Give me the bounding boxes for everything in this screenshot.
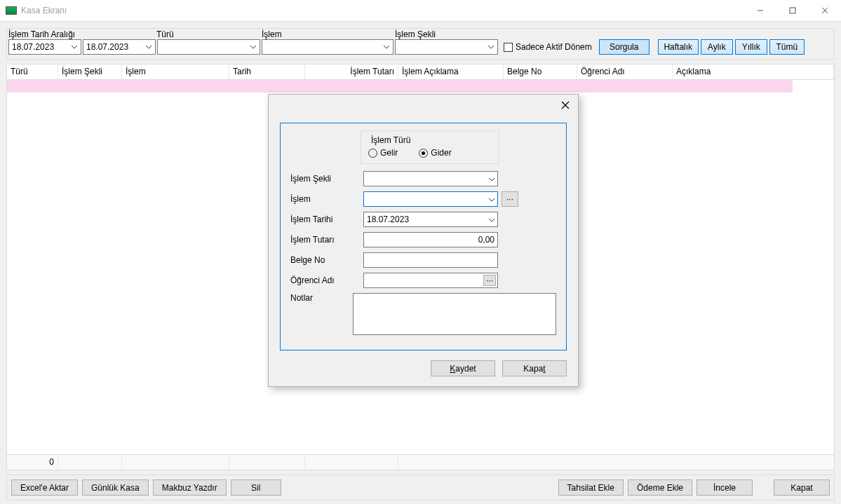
bottom-toolbar: Excel'e Aktar Günlük Kasa Makbuz Yazdır … — [6, 475, 835, 500]
col-opdesc[interactable]: İşlem Açıklama — [398, 64, 504, 79]
method-combo[interactable] — [395, 39, 498, 55]
dialog-date-label: İşlem Tarihi — [290, 214, 363, 224]
add-collection-button[interactable]: Tahsilat Ekle — [558, 479, 624, 496]
dialog-student-label: Öğrenci Adı — [290, 275, 363, 285]
add-payment-button[interactable]: Ödeme Ekle — [628, 479, 692, 496]
dialog-date-value: 18.07.2023 — [367, 214, 489, 224]
method-label: İşlem Şekli — [395, 29, 500, 39]
transaction-type-group: İşlem Türü Gelir Gider — [361, 130, 499, 164]
app-icon — [6, 6, 17, 15]
close-dialog-button[interactable]: Kapat — [502, 360, 567, 376]
chevron-down-icon — [489, 174, 494, 184]
dialog-docno-label: Belge No — [290, 255, 363, 265]
only-active-label: Sadece Aktif Dönem — [516, 42, 592, 52]
save-rest: aydet — [455, 364, 476, 374]
transaction-dialog: İşlem Türü Gelir Gider İşlem Şekli İşlem — [268, 94, 579, 387]
type-combo[interactable] — [157, 39, 260, 55]
col-operation[interactable]: İşlem — [122, 64, 229, 79]
inspect-button[interactable]: İncele — [697, 479, 753, 496]
dialog-operation-label: İşlem — [290, 194, 363, 204]
operation-more-button[interactable]: ··· — [502, 191, 518, 207]
query-button[interactable]: Sorgula — [599, 39, 650, 55]
student-more-button[interactable]: ··· — [483, 275, 496, 286]
chevron-down-icon — [489, 214, 494, 224]
filter-panel: İşlem Tarih Aralığı Türü İşlem İşlem Şek… — [6, 28, 835, 60]
grid-header: Türü İşlem Şekli İşlem Tarih İşlem Tutar… — [7, 64, 834, 80]
close-mnemonic: t — [543, 364, 545, 374]
dialog-student-field[interactable]: ··· — [363, 273, 498, 288]
close-button[interactable] — [809, 0, 841, 21]
operation-combo[interactable] — [262, 39, 393, 55]
window-title: Kasa Ekranı — [21, 6, 67, 15]
minimize-button[interactable] — [744, 0, 776, 21]
chevron-down-icon — [144, 46, 154, 49]
dialog-amount-value: 0,00 — [367, 235, 494, 245]
operation-label: İşlem — [262, 29, 395, 39]
dialog-date-combo[interactable]: 18.07.2023 — [363, 212, 498, 227]
maximize-button[interactable] — [776, 0, 809, 21]
grid-footer: 0 — [7, 454, 834, 470]
date-to-value: 18.07.2023 — [86, 42, 128, 52]
income-radio-label: Gelir — [380, 148, 398, 158]
save-mnemonic: K — [450, 364, 455, 374]
dialog-method-combo[interactable] — [363, 171, 498, 186]
dialog-notes-label: Notlar — [290, 293, 353, 303]
col-method[interactable]: İşlem Şekli — [58, 64, 122, 79]
chevron-down-icon — [248, 46, 258, 49]
type-label: Türü — [156, 29, 262, 39]
table-row[interactable] — [7, 80, 793, 93]
chevron-down-icon — [382, 46, 391, 49]
date-from-value: 18.07.2023 — [12, 42, 54, 52]
income-radio[interactable]: Gelir — [368, 148, 398, 158]
col-amount[interactable]: İşlem Tutarı — [305, 64, 398, 79]
dialog-notes-field[interactable] — [353, 293, 556, 335]
daily-cash-button[interactable]: Günlük Kasa — [82, 479, 149, 496]
col-desc[interactable]: Açıklama — [673, 64, 834, 79]
dialog-operation-combo[interactable] — [363, 191, 498, 207]
save-button[interactable]: Kaydet — [431, 360, 495, 376]
excel-export-button[interactable]: Excel'e Aktar — [11, 479, 78, 496]
date-range-label: İşlem Tarih Aralığı — [8, 29, 156, 39]
svg-rect-1 — [790, 8, 795, 13]
expense-radio-label: Gider — [431, 148, 451, 158]
transaction-type-label: İşlem Türü — [368, 135, 413, 145]
expense-radio[interactable]: Gider — [419, 148, 451, 158]
date-to-combo[interactable]: 18.07.2023 — [83, 39, 156, 55]
date-from-combo[interactable]: 18.07.2023 — [8, 39, 81, 55]
only-active-checkbox[interactable] — [504, 43, 513, 52]
col-date[interactable]: Tarih — [229, 64, 305, 79]
yearly-button[interactable]: Yıllık — [735, 39, 767, 55]
close-pre: Kapa — [523, 364, 543, 374]
delete-button[interactable]: Sil — [231, 479, 281, 496]
monthly-button[interactable]: Aylık — [701, 39, 733, 55]
all-button[interactable]: Tümü — [769, 39, 805, 55]
dialog-amount-field[interactable]: 0,00 — [363, 232, 498, 247]
radio-icon — [368, 149, 377, 158]
chevron-down-icon — [489, 194, 494, 204]
col-docno[interactable]: Belge No — [504, 64, 577, 79]
col-student[interactable]: Öğrenci Adı — [577, 64, 673, 79]
dialog-close-button[interactable] — [556, 97, 575, 113]
weekly-button[interactable]: Haftalık — [658, 39, 699, 55]
dialog-docno-field[interactable] — [363, 252, 498, 268]
titlebar: Kasa Ekranı — [0, 0, 841, 22]
col-type[interactable]: Türü — [7, 64, 58, 79]
dialog-amount-label: İşlem Tutarı — [290, 235, 363, 245]
print-receipt-button[interactable]: Makbuz Yazdır — [153, 479, 227, 496]
close-main-button[interactable]: Kapat — [774, 479, 830, 496]
radio-icon — [419, 149, 428, 158]
footer-total: 0 — [7, 455, 58, 470]
chevron-down-icon — [486, 46, 496, 49]
dialog-method-label: İşlem Şekli — [290, 174, 363, 184]
chevron-down-icon — [69, 46, 79, 49]
